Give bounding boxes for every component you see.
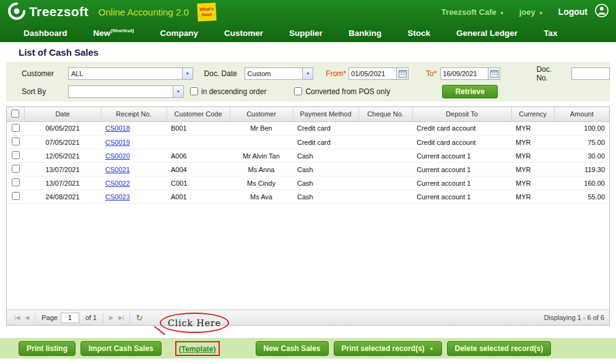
nav-supplier[interactable]: Supplier xyxy=(289,28,323,38)
filter-row-1: Customer ALL ▼ Doc. Date Custom ▼ From* … xyxy=(6,64,610,82)
column-header-payment-method[interactable]: Payment Method xyxy=(293,107,358,121)
table-row[interactable]: 13/07/2021CS0022C001Ms CindyCashCurrent … xyxy=(7,176,609,190)
main-nav: Dashboard New(Shortcut) Company Customer… xyxy=(0,24,616,42)
displaying-status: Displaying 1 - 6 of 6 xyxy=(544,314,604,321)
to-date-label: To* xyxy=(426,69,436,78)
receipt-link[interactable]: CS0021 xyxy=(105,166,130,173)
cell-amount: 75.00 xyxy=(554,136,609,149)
column-header-customer-code[interactable]: Customer Code xyxy=(167,107,230,121)
column-header-receipt-no-[interactable]: Receipt No. xyxy=(101,107,167,121)
chevron-down-icon[interactable]: ▼ xyxy=(182,68,193,79)
logout-button[interactable]: Logout xyxy=(558,7,588,17)
select-all-checkbox[interactable] xyxy=(11,110,19,118)
user-menu[interactable]: joey▼ xyxy=(519,7,544,17)
customer-select[interactable]: ALL ▼ xyxy=(68,67,193,80)
next-page-button[interactable]: ▶ xyxy=(106,314,116,321)
cell-customer: Mr Ben xyxy=(230,122,293,136)
receipt-link[interactable]: CS0020 xyxy=(105,152,130,160)
descending-order-label: in descending order xyxy=(201,87,266,96)
cell-customer xyxy=(230,136,293,149)
print-selected-button[interactable]: Print selected record(s)▼ xyxy=(334,341,442,356)
row-checkbox[interactable] xyxy=(12,178,20,186)
cell-receipt: CS0022 xyxy=(101,176,167,190)
calendar-icon[interactable] xyxy=(397,67,409,80)
cell-currency: MYR xyxy=(511,163,554,176)
page-number-input[interactable] xyxy=(61,313,79,323)
customer-filter-label: Customer xyxy=(22,69,68,78)
print-listing-button[interactable]: Print listing xyxy=(19,341,76,356)
nav-stock[interactable]: Stock xyxy=(407,28,430,38)
new-cash-sales-button[interactable]: New Cash Sales xyxy=(256,341,329,356)
receipt-link[interactable]: CS0023 xyxy=(105,193,130,201)
receipt-link[interactable]: CS0022 xyxy=(105,180,130,187)
to-date-input[interactable] xyxy=(440,67,488,80)
column-header-customer[interactable]: Customer xyxy=(230,107,293,121)
table-row[interactable]: 06/05/2021CS0018B001Mr BenCredit cardCre… xyxy=(7,122,609,136)
doc-no-label: Doc. No. xyxy=(536,65,565,82)
sort-by-select[interactable]: ▼ xyxy=(68,85,184,98)
doc-date-select[interactable]: Custom ▼ xyxy=(245,67,314,80)
template-link[interactable]: (Template) xyxy=(179,345,216,353)
import-cash-sales-button[interactable]: Import Cash Sales xyxy=(80,341,162,356)
delete-selected-button[interactable]: Delete selected record(s) xyxy=(447,341,552,356)
company-menu-label: Treezsoft Cafe xyxy=(441,7,497,17)
table-row[interactable]: 13/07/2021CS0021A004Ms AnnaCashCurrent a… xyxy=(7,163,609,176)
chevron-down-icon[interactable]: ▼ xyxy=(173,86,183,97)
calendar-icon[interactable] xyxy=(488,67,500,80)
row-checkbox[interactable] xyxy=(12,165,20,173)
last-page-button[interactable]: ▶| xyxy=(116,314,126,321)
cell-receipt: CS0021 xyxy=(101,163,167,176)
brand-row: Treezsoft Online Accounting 2.0 What's N… xyxy=(0,0,616,24)
chevron-down-icon[interactable]: ▼ xyxy=(302,68,313,79)
customer-select-value: ALL xyxy=(69,70,182,77)
nav-banking[interactable]: Banking xyxy=(349,28,381,38)
print-selected-label: Print selected record(s) xyxy=(342,344,425,353)
table-row[interactable]: 12/05/2021CS0020A006Mr Alvin TanCashCurr… xyxy=(7,149,609,163)
cell-cheque xyxy=(358,190,412,204)
nav-new[interactable]: New(Shortcut) xyxy=(93,28,134,38)
nav-customer[interactable]: Customer xyxy=(224,28,263,38)
cell-amount: 100.00 xyxy=(554,122,609,136)
receipt-link[interactable]: CS0019 xyxy=(105,139,130,146)
pos-only-checkbox[interactable] xyxy=(294,87,302,95)
nav-general-ledger[interactable]: General Ledger xyxy=(456,28,518,38)
cell-currency: MYR xyxy=(511,149,554,163)
cell-cheque xyxy=(358,149,412,163)
nav-dashboard[interactable]: Dashboard xyxy=(24,28,67,38)
user-avatar-icon[interactable] xyxy=(595,4,609,20)
column-header-amount[interactable]: Amount xyxy=(554,107,609,121)
table-row[interactable]: 07/05/2021CS0019Credit cardCredit card a… xyxy=(7,136,609,149)
cell-code: B001 xyxy=(167,122,230,136)
nav-company[interactable]: Company xyxy=(160,28,199,38)
prev-page-button[interactable]: ◀ xyxy=(22,314,32,321)
descending-order-checkbox[interactable] xyxy=(190,87,198,95)
column-header-date[interactable]: Date xyxy=(24,107,101,121)
receipt-link[interactable]: CS0018 xyxy=(105,124,130,132)
cell-receipt: CS0019 xyxy=(101,136,167,149)
refresh-icon[interactable]: ↻ xyxy=(133,313,145,323)
row-checkbox-cell xyxy=(7,149,24,163)
filter-row-2: Sort By ▼ in descending order Converted … xyxy=(6,82,610,100)
cell-payment: Credit card xyxy=(293,136,358,149)
table-row[interactable]: 24/08/2021CS0023A001Ms AvaCashCurrent ac… xyxy=(7,190,609,204)
row-checkbox[interactable] xyxy=(12,151,20,159)
row-checkbox-cell xyxy=(7,190,24,204)
whats-new-badge[interactable]: What's New! xyxy=(197,2,216,22)
retrieve-button[interactable]: Retrieve xyxy=(442,85,498,98)
column-header-currency[interactable]: Currency xyxy=(511,107,554,121)
doc-no-input[interactable] xyxy=(571,67,610,80)
page-title: List of Cash Sales xyxy=(19,47,98,58)
cell-cheque xyxy=(358,176,412,190)
row-checkbox[interactable] xyxy=(12,124,20,132)
row-checkbox[interactable] xyxy=(12,137,20,145)
cash-sales-grid: DateReceipt No.Customer CodeCustomerPaym… xyxy=(6,106,610,326)
nav-tax[interactable]: Tax xyxy=(544,28,557,38)
column-header-cheque-no-[interactable]: Cheque No. xyxy=(358,107,412,121)
from-date-input[interactable] xyxy=(349,67,397,80)
first-page-button[interactable]: |◀ xyxy=(12,314,22,321)
row-checkbox-cell xyxy=(7,136,24,149)
row-checkbox[interactable] xyxy=(12,192,20,200)
company-menu[interactable]: Treezsoft Cafe▼ xyxy=(441,7,505,17)
cell-receipt: CS0020 xyxy=(101,149,167,163)
column-header-deposit-to[interactable]: Deposit To xyxy=(412,107,511,121)
